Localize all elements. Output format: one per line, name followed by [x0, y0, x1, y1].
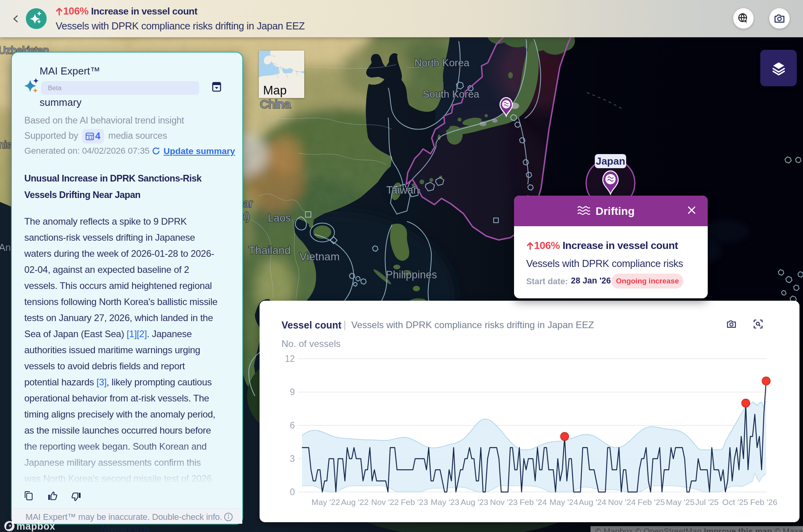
svg-text:Feb '23: Feb '23	[401, 498, 428, 507]
svg-text:Vietnam: Vietnam	[300, 251, 340, 263]
svg-text:Nov '24: Nov '24	[608, 498, 636, 507]
svg-text:May '25: May '25	[666, 498, 695, 507]
svg-text:Feb '25: Feb '25	[638, 498, 665, 507]
svg-text:South Korea: South Korea	[423, 88, 480, 100]
svg-text:Philippines: Philippines	[386, 269, 437, 281]
svg-text:An: An	[0, 242, 11, 253]
svg-text:May '24: May '24	[550, 498, 578, 507]
svg-text:Japan: Japan	[596, 155, 625, 167]
svg-text:Feb '24: Feb '24	[520, 498, 547, 507]
svg-text:3: 3	[290, 454, 295, 464]
svg-text:North Korea: North Korea	[414, 57, 470, 69]
svg-text:mapbox: mapbox	[16, 521, 55, 532]
svg-text:nis: nis	[0, 139, 11, 150]
svg-text:China: China	[260, 98, 291, 111]
svg-text:Taiwan: Taiwan	[386, 184, 419, 196]
svg-text:Oct '25: Oct '25	[722, 498, 748, 507]
svg-text:May '23: May '23	[431, 498, 460, 507]
svg-text:6: 6	[290, 420, 295, 430]
svg-text:Feb '26: Feb '26	[750, 498, 777, 507]
svg-text:Nov '23: Nov '23	[490, 498, 518, 507]
svg-text:0: 0	[290, 487, 295, 497]
svg-text:9: 9	[290, 387, 295, 397]
svg-text:May '22: May '22	[312, 498, 340, 507]
svg-text:Aug '22: Aug '22	[341, 498, 369, 507]
svg-text:Nov '22: Nov '22	[371, 498, 399, 507]
svg-text:Aug '23: Aug '23	[461, 498, 489, 507]
svg-text:Thailand: Thailand	[249, 244, 291, 256]
svg-text:Laos: Laos	[268, 212, 291, 224]
svg-text:Jul '25: Jul '25	[695, 498, 719, 507]
svg-text:Aug '24: Aug '24	[579, 498, 607, 507]
svg-text:12: 12	[285, 354, 295, 364]
